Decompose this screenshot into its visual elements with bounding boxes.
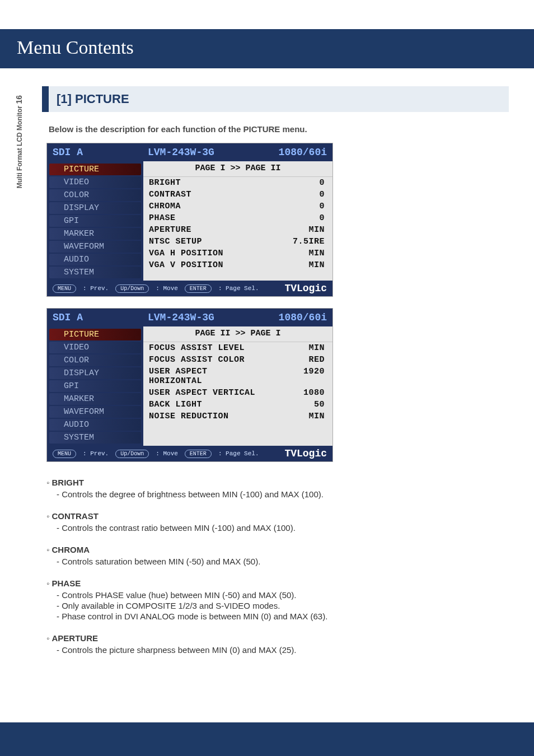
osd-input: SDI A (53, 147, 148, 158)
row-back-light[interactable]: BACK LIGHT50 (143, 399, 332, 410)
hint-prev: : Prev. (83, 285, 109, 292)
osd-menu-page-1: SDI A LVM-243W-3G 1080/60i PICTURE VIDEO… (46, 143, 333, 297)
enter-key-icon: ENTER (185, 284, 212, 293)
def-line: - Only available in COMPOSITE 1/2/3 and … (57, 601, 509, 610)
menu-key-icon: MENU (53, 450, 76, 458)
def-bright: BRIGHT - Controls the degree of brightne… (46, 478, 509, 499)
osd-format: 1080/60i (265, 147, 327, 158)
def-line: - Controls the picture sharpness between… (57, 645, 509, 655)
audio-icon (51, 256, 60, 264)
cat-gpi[interactable]: GPI (49, 215, 141, 227)
def-title: APERTURE (46, 633, 509, 643)
row-aperture[interactable]: APERTUREMIN (143, 224, 332, 236)
cat-display[interactable]: DISPLAY (49, 367, 141, 379)
cat-display[interactable]: DISPLAY (49, 202, 141, 214)
page-title: Menu Contents (0, 29, 534, 68)
def-title: CHROMA (46, 545, 509, 554)
row-bright[interactable]: BRIGHT0 (143, 177, 332, 189)
video-icon (51, 344, 60, 352)
hint-pagesel: : Page Sel. (218, 450, 259, 457)
cat-waveform[interactable]: WAVEFORM (49, 241, 141, 253)
cat-marker[interactable]: MARKER (49, 228, 141, 240)
definitions: BRIGHT - Controls the degree of brightne… (46, 478, 509, 655)
def-contrast: CONTRAST - Controls the contrast ratio b… (46, 511, 509, 533)
osd-side-nav: PICTURE VIDEO COLOR DISPLAY GPI MARKER W… (47, 326, 143, 446)
def-line: - Controls the contrast ratio between MI… (57, 523, 509, 533)
side-page-label: Multi Format LCD Monitor 16 (15, 95, 24, 218)
page-indicator[interactable]: PAGE II >> PAGE I (143, 326, 332, 342)
section-intro: Below is the description for each functi… (49, 124, 509, 134)
def-title: BRIGHT (46, 478, 509, 487)
cat-system[interactable]: SYSTEM (49, 267, 141, 278)
osd-model: LVM-243W-3G (148, 312, 265, 323)
row-phase[interactable]: PHASE0 (143, 212, 332, 224)
osd-side-nav: PICTURE VIDEO COLOR DISPLAY GPI MARKER W… (47, 161, 143, 281)
color-icon (51, 357, 60, 365)
system-icon (51, 269, 60, 277)
row-noise-reduction[interactable]: NOISE REDUCTIONMIN (143, 410, 332, 422)
updown-key-icon: Up/Down (115, 450, 149, 458)
section-heading: [1] PICTURE (42, 86, 509, 112)
row-user-aspect-h[interactable]: USER ASPECT HORIZONTAL1920 (143, 366, 332, 387)
cat-video[interactable]: VIDEO (49, 342, 141, 353)
hint-pagesel: : Page Sel. (218, 285, 259, 292)
waveform-icon (51, 408, 60, 416)
row-user-aspect-v[interactable]: USER ASPECT VERTICAL1080 (143, 387, 332, 399)
cat-audio[interactable]: AUDIO (49, 254, 141, 265)
cat-color[interactable]: COLOR (49, 354, 141, 366)
cat-system[interactable]: SYSTEM (49, 432, 141, 444)
def-title: PHASE (46, 578, 509, 588)
osd-model: LVM-243W-3G (148, 147, 265, 158)
system-icon (51, 434, 60, 442)
audio-icon (51, 421, 60, 429)
cat-picture[interactable]: PICTURE (49, 329, 141, 340)
row-vga-h-pos[interactable]: VGA H POSITIONMIN (143, 248, 332, 259)
updown-key-icon: Up/Down (115, 284, 149, 293)
row-chroma[interactable]: CHROMA0 (143, 200, 332, 212)
row-focus-assist-level[interactable]: FOCUS ASSIST LEVELMIN (143, 342, 332, 354)
marker-icon (51, 395, 60, 403)
gpi-icon (51, 382, 60, 390)
def-line: - Controls saturation between MIN (-50) … (57, 557, 509, 566)
osd-menu-page-2: SDI A LVM-243W-3G 1080/60i PICTURE VIDEO… (46, 308, 333, 462)
cat-gpi[interactable]: GPI (49, 380, 141, 392)
enter-key-icon: ENTER (185, 450, 212, 458)
cat-audio[interactable]: AUDIO (49, 419, 141, 431)
def-title: CONTRAST (46, 511, 509, 521)
waveform-icon (51, 243, 60, 251)
color-icon (51, 192, 60, 199)
picture-icon (51, 166, 60, 174)
def-chroma: CHROMA - Controls saturation between MIN… (46, 545, 509, 566)
cat-waveform[interactable]: WAVEFORM (49, 406, 141, 418)
menu-key-icon: MENU (53, 284, 76, 293)
cat-picture[interactable]: PICTURE (49, 164, 141, 175)
page-indicator[interactable]: PAGE I >> PAGE II (143, 161, 332, 177)
picture-icon (51, 331, 60, 339)
cat-video[interactable]: VIDEO (49, 176, 141, 188)
cat-color[interactable]: COLOR (49, 189, 141, 201)
marker-icon (51, 230, 60, 238)
def-aperture: APERTURE - Controls the picture sharpnes… (46, 633, 509, 655)
brand-logo: TVLogic (284, 283, 327, 294)
video-icon (51, 179, 60, 186)
def-line: - Phase control in DVI ANALOG mode is be… (57, 612, 509, 621)
row-vga-v-pos[interactable]: VGA V POSITIONMIN (143, 259, 332, 271)
brand-logo: TVLogic (284, 448, 327, 459)
side-page-number: 16 (15, 95, 24, 104)
osd-input: SDI A (53, 312, 148, 323)
footer-band (0, 722, 534, 756)
cat-marker[interactable]: MARKER (49, 393, 141, 405)
display-icon (51, 370, 60, 377)
side-label-text: Multi Format LCD Monitor (16, 106, 24, 188)
hint-move: : Move (156, 450, 178, 457)
row-ntsc-setup[interactable]: NTSC SETUP7.5IRE (143, 236, 332, 248)
row-focus-assist-color[interactable]: FOCUS ASSIST COLORRED (143, 354, 332, 366)
hint-prev: : Prev. (83, 450, 109, 457)
gpi-icon (51, 217, 60, 225)
hint-move: : Move (156, 285, 178, 292)
def-line: - Controls PHASE value (hue) between MIN… (57, 590, 509, 600)
def-phase: PHASE - Controls PHASE value (hue) betwe… (46, 578, 509, 621)
def-line: - Controls the degree of brightness betw… (57, 489, 509, 499)
display-icon (51, 204, 60, 212)
row-contrast[interactable]: CONTRAST0 (143, 189, 332, 200)
